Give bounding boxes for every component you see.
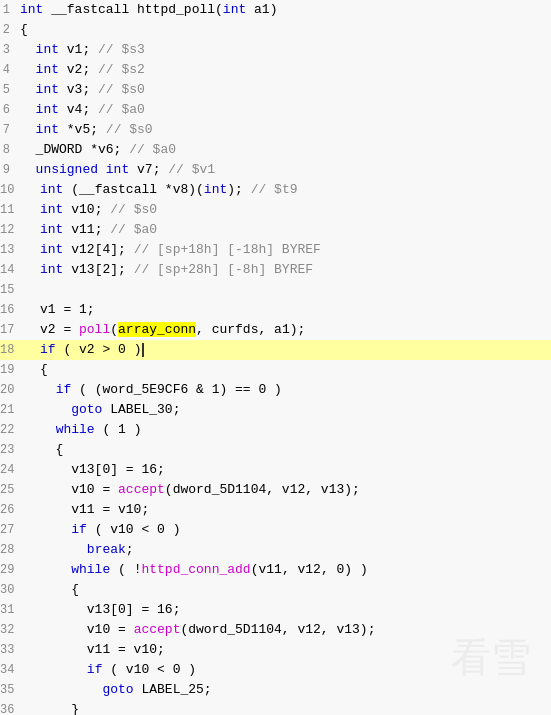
line-code: int (__fastcall *v8)(int); // $t9 bbox=[22, 180, 551, 200]
code-line-35: 35 goto LABEL_25; bbox=[0, 680, 551, 700]
line-code: _DWORD *v6; // $a0 bbox=[18, 140, 551, 160]
line-code: int v1; // $s3 bbox=[18, 40, 551, 60]
line-number: 14 bbox=[0, 260, 22, 280]
code-viewer: 1int __fastcall httpd_poll(int a1)2{3 in… bbox=[0, 0, 551, 715]
line-number: 4 bbox=[0, 60, 18, 80]
code-line-30: 30 { bbox=[0, 580, 551, 600]
line-code: int v10; // $s0 bbox=[22, 200, 551, 220]
line-number: 36 bbox=[0, 700, 22, 715]
line-number: 8 bbox=[0, 140, 18, 160]
line-code: int v3; // $s0 bbox=[18, 80, 551, 100]
line-code: break; bbox=[22, 540, 551, 560]
code-line-13: 13 int v12[4]; // [sp+18h] [-18h] BYREF bbox=[0, 240, 551, 260]
line-code: while ( 1 ) bbox=[22, 420, 551, 440]
line-number: 27 bbox=[0, 520, 22, 540]
code-line-6: 6 int v4; // $a0 bbox=[0, 100, 551, 120]
code-line-10: 10 int (__fastcall *v8)(int); // $t9 bbox=[0, 180, 551, 200]
line-number: 26 bbox=[0, 500, 22, 520]
line-number: 19 bbox=[0, 360, 22, 380]
code-line-23: 23 { bbox=[0, 440, 551, 460]
line-code: { bbox=[22, 580, 551, 600]
code-line-32: 32 v10 = accept(dword_5D1104, v12, v13); bbox=[0, 620, 551, 640]
line-number: 7 bbox=[0, 120, 18, 140]
line-code: int v11; // $a0 bbox=[22, 220, 551, 240]
code-line-8: 8 _DWORD *v6; // $a0 bbox=[0, 140, 551, 160]
code-line-15: 15 bbox=[0, 280, 551, 300]
line-number: 23 bbox=[0, 440, 22, 460]
code-line-4: 4 int v2; // $s2 bbox=[0, 60, 551, 80]
code-line-20: 20 if ( (word_5E9CF6 & 1) == 0 ) bbox=[0, 380, 551, 400]
line-code: int v4; // $a0 bbox=[18, 100, 551, 120]
line-code: v11 = v10; bbox=[22, 640, 551, 660]
line-number: 15 bbox=[0, 280, 22, 300]
line-number: 29 bbox=[0, 560, 22, 580]
line-code: v2 = poll(array_conn, curfds, a1); bbox=[22, 320, 551, 340]
line-number: 20 bbox=[0, 380, 22, 400]
code-line-34: 34 if ( v10 < 0 ) bbox=[0, 660, 551, 680]
line-code: v13[0] = 16; bbox=[22, 460, 551, 480]
line-number: 1 bbox=[0, 0, 18, 20]
code-line-7: 7 int *v5; // $s0 bbox=[0, 120, 551, 140]
line-code: v13[0] = 16; bbox=[22, 600, 551, 620]
code-line-33: 33 v11 = v10; bbox=[0, 640, 551, 660]
line-code: int v12[4]; // [sp+18h] [-18h] BYREF bbox=[22, 240, 551, 260]
line-number: 28 bbox=[0, 540, 22, 560]
line-number: 24 bbox=[0, 460, 22, 480]
code-line-28: 28 break; bbox=[0, 540, 551, 560]
line-code: { bbox=[18, 20, 551, 40]
line-code: if ( v10 < 0 ) bbox=[22, 520, 551, 540]
code-content: 1int __fastcall httpd_poll(int a1)2{3 in… bbox=[0, 0, 551, 715]
line-code: { bbox=[22, 360, 551, 380]
code-line-27: 27 if ( v10 < 0 ) bbox=[0, 520, 551, 540]
line-code: { bbox=[22, 440, 551, 460]
line-number: 32 bbox=[0, 620, 22, 640]
code-line-16: 16 v1 = 1; bbox=[0, 300, 551, 320]
line-code: v1 = 1; bbox=[22, 300, 551, 320]
code-line-17: 17 v2 = poll(array_conn, curfds, a1); bbox=[0, 320, 551, 340]
line-number: 12 bbox=[0, 220, 22, 240]
code-line-26: 26 v11 = v10; bbox=[0, 500, 551, 520]
line-code: v10 = accept(dword_5D1104, v12, v13); bbox=[22, 620, 551, 640]
code-line-19: 19 { bbox=[0, 360, 551, 380]
line-number: 11 bbox=[0, 200, 22, 220]
line-code: v11 = v10; bbox=[22, 500, 551, 520]
line-code: if ( (word_5E9CF6 & 1) == 0 ) bbox=[22, 380, 551, 400]
line-number: 21 bbox=[0, 400, 22, 420]
code-line-22: 22 while ( 1 ) bbox=[0, 420, 551, 440]
code-line-24: 24 v13[0] = 16; bbox=[0, 460, 551, 480]
line-number: 5 bbox=[0, 80, 18, 100]
code-line-29: 29 while ( !httpd_conn_add(v11, v12, 0) … bbox=[0, 560, 551, 580]
line-code: int __fastcall httpd_poll(int a1) bbox=[18, 0, 551, 20]
line-code: v10 = accept(dword_5D1104, v12, v13); bbox=[22, 480, 551, 500]
code-line-18: 18 if ( v2 > 0 ) bbox=[0, 340, 551, 360]
line-code: unsigned int v7; // $v1 bbox=[18, 160, 551, 180]
code-line-1: 1int __fastcall httpd_poll(int a1) bbox=[0, 0, 551, 20]
line-code: } bbox=[22, 700, 551, 715]
line-code: goto LABEL_25; bbox=[22, 680, 551, 700]
line-code: if ( v10 < 0 ) bbox=[22, 660, 551, 680]
code-line-36: 36 } bbox=[0, 700, 551, 715]
line-code: goto LABEL_30; bbox=[22, 400, 551, 420]
line-number: 35 bbox=[0, 680, 22, 700]
line-number: 18 bbox=[0, 340, 22, 360]
code-line-11: 11 int v10; // $s0 bbox=[0, 200, 551, 220]
code-line-25: 25 v10 = accept(dword_5D1104, v12, v13); bbox=[0, 480, 551, 500]
line-number: 6 bbox=[0, 100, 18, 120]
line-number: 25 bbox=[0, 480, 22, 500]
line-number: 2 bbox=[0, 20, 18, 40]
code-line-5: 5 int v3; // $s0 bbox=[0, 80, 551, 100]
line-number: 10 bbox=[0, 180, 22, 200]
line-number: 33 bbox=[0, 640, 22, 660]
line-number: 3 bbox=[0, 40, 18, 60]
line-number: 13 bbox=[0, 240, 22, 260]
line-number: 16 bbox=[0, 300, 22, 320]
line-code: int v2; // $s2 bbox=[18, 60, 551, 80]
line-code: while ( !httpd_conn_add(v11, v12, 0) ) bbox=[22, 560, 551, 580]
code-line-14: 14 int v13[2]; // [sp+28h] [-8h] BYREF bbox=[0, 260, 551, 280]
line-code: int *v5; // $s0 bbox=[18, 120, 551, 140]
code-line-21: 21 goto LABEL_30; bbox=[0, 400, 551, 420]
code-line-3: 3 int v1; // $s3 bbox=[0, 40, 551, 60]
line-number: 30 bbox=[0, 580, 22, 600]
line-number: 31 bbox=[0, 600, 22, 620]
line-number: 9 bbox=[0, 160, 18, 180]
